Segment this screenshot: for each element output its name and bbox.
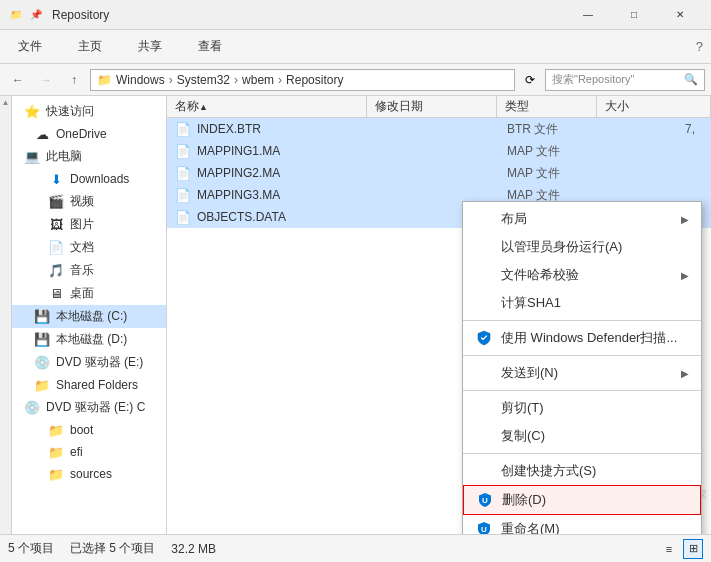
sidebar-label-music: 音乐	[70, 262, 94, 279]
path-sep-1: ›	[169, 73, 173, 87]
file-row[interactable]: 📄 MAPPING2.MA MAP 文件	[167, 162, 711, 184]
col-header-date[interactable]: 修改日期	[367, 96, 497, 117]
ctx-item-run-as-admin[interactable]: 以管理员身份运行(A)	[463, 233, 701, 261]
address-path[interactable]: 📁 Windows › System32 › wbem › Repository	[90, 69, 515, 91]
sidebar-item-local-c[interactable]: 💾 本地磁盘 (C:)	[12, 305, 166, 328]
up-button[interactable]: ↑	[62, 68, 86, 92]
search-icon: 🔍	[684, 73, 698, 86]
file-row[interactable]: 📄 MAPPING1.MA MAP 文件	[167, 140, 711, 162]
col-header-type[interactable]: 类型	[497, 96, 597, 117]
file-type-3: MAP 文件	[507, 165, 607, 182]
ctx-item-cut[interactable]: 剪切(T)	[463, 394, 701, 422]
sidebar-label-local-d: 本地磁盘 (D:)	[56, 331, 127, 348]
sidebar-item-music[interactable]: 🎵 音乐	[12, 259, 166, 282]
sidebar-item-sources[interactable]: 📁 sources	[12, 463, 166, 485]
file-name-3: MAPPING2.MA	[197, 166, 377, 180]
back-button[interactable]: ←	[6, 68, 30, 92]
sidebar-label-desktop: 桌面	[70, 285, 94, 302]
sidebar-item-efi[interactable]: 📁 efi	[12, 441, 166, 463]
context-menu: 布局 ▶ 以管理员身份运行(A) 文件哈希校验 ▶ 计算SHA1	[462, 201, 702, 534]
ctx-item-send-to[interactable]: 发送到(N) ▶	[463, 359, 701, 387]
path-folder-icon: 📁	[97, 73, 112, 87]
video-icon: 🎬	[48, 194, 64, 210]
ctx-file-hash-label: 文件哈希校验	[501, 266, 681, 284]
close-button[interactable]: ✕	[657, 0, 703, 30]
file-type-2: MAP 文件	[507, 143, 607, 160]
sidebar-item-desktop[interactable]: 🖥 桌面	[12, 282, 166, 305]
path-wbem: wbem	[242, 73, 274, 87]
sidebar-item-boot[interactable]: 📁 boot	[12, 419, 166, 441]
sidebar-item-dvd-e[interactable]: 💿 DVD 驱动器 (E:)	[12, 351, 166, 374]
sidebar-item-downloads[interactable]: ⬇ Downloads	[12, 168, 166, 190]
title-bar-icons: 📁 📌	[8, 7, 44, 23]
file-name-4: MAPPING3.MA	[197, 188, 377, 202]
help-icon[interactable]: ?	[696, 39, 703, 54]
ribbon-tab-home[interactable]: 主页	[68, 32, 112, 61]
list-view-button[interactable]: ≡	[659, 539, 679, 559]
ctx-rename-label: 重命名(M)	[501, 520, 689, 534]
sidebar-item-this-pc[interactable]: 💻 此电脑	[12, 145, 166, 168]
efi-icon: 📁	[48, 444, 64, 460]
ctx-layout-label: 布局	[501, 210, 681, 228]
sidebar-item-shared[interactable]: 📁 Shared Folders	[12, 374, 166, 396]
file-name-2: MAPPING1.MA	[197, 144, 377, 158]
svg-text:U: U	[481, 525, 487, 534]
scroll-up-icon[interactable]: ▲	[2, 98, 10, 107]
sidebar-item-dvd-e2[interactable]: 💿 DVD 驱动器 (E:) C	[12, 396, 166, 419]
sidebar-item-documents[interactable]: 📄 文档	[12, 236, 166, 259]
folder-icon: 📁	[8, 7, 24, 23]
search-box[interactable]: 搜索"Repository" 🔍	[545, 69, 705, 91]
path-system32: System32	[177, 73, 230, 87]
maximize-button[interactable]: □	[611, 0, 657, 30]
ctx-defender-label: 使用 Windows Defender扫描...	[501, 329, 689, 347]
onedrive-icon: ☁	[34, 126, 50, 142]
ctx-layout-arrow: ▶	[681, 214, 689, 225]
ctx-delete-uac-icon: U	[476, 491, 494, 509]
file-icon-btr: 📄	[175, 121, 191, 137]
sidebar-item-video[interactable]: 🎬 视频	[12, 190, 166, 213]
sidebar-item-quick-access[interactable]: ⭐ 快速访问	[12, 100, 166, 123]
file-icon-map1: 📄	[175, 143, 191, 159]
ctx-item-copy[interactable]: 复制(C)	[463, 422, 701, 450]
minimize-button[interactable]: —	[565, 0, 611, 30]
ctx-separator-4	[463, 453, 701, 454]
ctx-separator-3	[463, 390, 701, 391]
ctx-item-layout[interactable]: 布局 ▶	[463, 205, 701, 233]
ctx-item-sha1[interactable]: 计算SHA1	[463, 289, 701, 317]
ctx-run-admin-label: 以管理员身份运行(A)	[501, 238, 689, 256]
sidebar: ⭐ 快速访问 ☁ OneDrive 💻 此电脑 ⬇ Downloads 🎬 视频…	[12, 96, 167, 534]
ctx-separator-2	[463, 355, 701, 356]
col-header-size[interactable]: 大小	[597, 96, 711, 117]
column-headers: 名称 ▲ 修改日期 类型 大小	[167, 96, 711, 118]
ctx-rename-uac-icon: U	[475, 520, 493, 534]
ctx-copy-icon	[475, 427, 493, 445]
status-selected: 已选择 5 个项目	[70, 540, 155, 557]
sidebar-item-pictures[interactable]: 🖼 图片	[12, 213, 166, 236]
sidebar-item-onedrive[interactable]: ☁ OneDrive	[12, 123, 166, 145]
ctx-sha1-icon	[475, 294, 493, 312]
ctx-run-admin-icon	[475, 238, 493, 256]
local-c-icon: 💾	[34, 309, 50, 325]
grid-view-button[interactable]: ⊞	[683, 539, 703, 559]
col-header-name[interactable]: 名称 ▲	[167, 96, 367, 117]
ribbon-tab-view[interactable]: 查看	[188, 32, 232, 61]
ctx-item-rename[interactable]: U 重命名(M)	[463, 515, 701, 534]
ribbon-tab-share[interactable]: 共享	[128, 32, 172, 61]
ctx-defender-icon	[475, 329, 493, 347]
ctx-item-create-shortcut[interactable]: 创建快捷方式(S)	[463, 457, 701, 485]
refresh-button[interactable]: ⟳	[519, 69, 541, 91]
sidebar-item-local-d[interactable]: 💾 本地磁盘 (D:)	[12, 328, 166, 351]
ctx-cut-label: 剪切(T)	[501, 399, 689, 417]
file-row[interactable]: 📄 INDEX.BTR BTR 文件 7,	[167, 118, 711, 140]
file-size-1: 7,	[607, 122, 703, 136]
path-sep-2: ›	[234, 73, 238, 87]
ctx-layout-icon	[475, 210, 493, 228]
ctx-item-defender[interactable]: 使用 Windows Defender扫描...	[463, 324, 701, 352]
dvd-e2-icon: 💿	[24, 400, 40, 416]
ctx-item-file-hash[interactable]: 文件哈希校验 ▶	[463, 261, 701, 289]
sidebar-label-downloads: Downloads	[70, 172, 129, 186]
local-d-icon: 💾	[34, 332, 50, 348]
ribbon-tab-file[interactable]: 文件	[8, 32, 52, 61]
forward-button[interactable]: →	[34, 68, 58, 92]
ctx-item-delete[interactable]: U 删除(D)	[463, 485, 701, 515]
